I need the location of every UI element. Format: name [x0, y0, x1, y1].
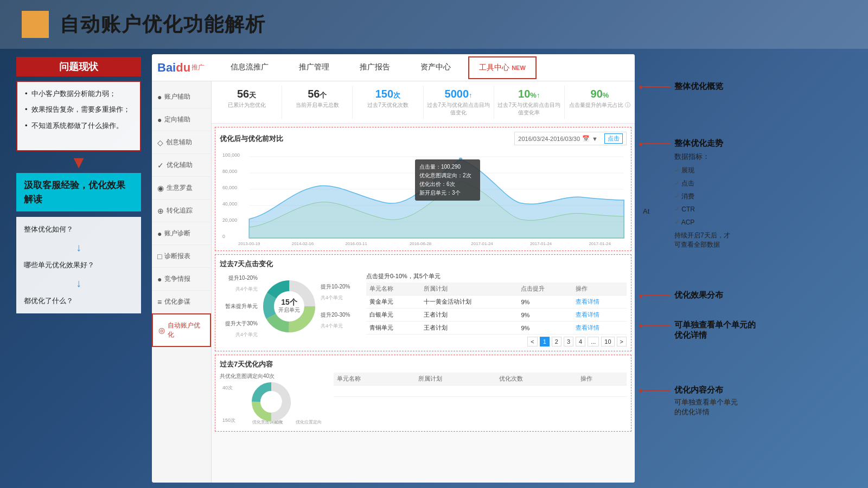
page-next[interactable]: >: [617, 337, 627, 346]
sidebar-item-creative-assist[interactable]: ◇ 创意辅助: [152, 131, 211, 154]
baidu-logo: Bai du 推广: [157, 61, 205, 75]
clicks-title-row: 过去7天点击变化: [220, 259, 627, 269]
sidebar-item-diagnosis-report[interactable]: □ 诊断报表: [152, 245, 211, 268]
cell-silver-unit: 白银单元: [366, 309, 420, 322]
opt-content-section: 过去7天优化内容 共优化意图调定向40次 40次 150次 优化意图调定向 优化…: [215, 355, 631, 432]
stat-units-label: 当前开启单元总数: [285, 101, 349, 109]
ann-dot-5: ●: [639, 386, 643, 395]
opt-empty: [334, 386, 627, 397]
sidebar-item-diagnosis[interactable]: ● 账户诊断: [152, 222, 211, 245]
chart-tooltip: 点击量：100,290 优化意图调定向：2次 优化出价：6次 新开启单元：3个: [415, 159, 480, 201]
account-assist-icon: ●: [157, 93, 162, 101]
svg-text:0: 0: [222, 234, 225, 239]
clicks-table-title: 点击提升0-10%，其5个单元: [366, 272, 627, 280]
label-4-mid: 共4个单元: [321, 321, 359, 332]
opt-table-row-empty: [334, 386, 627, 397]
nav-manage[interactable]: 推广管理: [284, 54, 344, 81]
page-prev[interactable]: <: [527, 337, 537, 346]
nav-report[interactable]: 推广报告: [344, 54, 405, 81]
tooltip-intent: 优化意图调定向：2次: [419, 171, 476, 180]
table-row: 黄金单元 十一黄金活动计划 9% 查看详情: [366, 296, 627, 309]
sidebar-label-business: 生意罗盘: [167, 183, 193, 192]
svg-text:2016-03-11: 2016-03-11: [345, 241, 367, 246]
annotation-content-dist: ● 优化内容分布 可单独查看单个单元的优化详情: [643, 385, 738, 417]
sidebar-item-account-assist[interactable]: ● 账户辅助: [152, 86, 211, 108]
svg-text:40次: 40次: [222, 385, 233, 390]
cell-bronze-action[interactable]: 查看详情: [576, 324, 599, 331]
ann-text-trend: 整体优化走势: [674, 138, 723, 149]
sidebar-item-business[interactable]: ◉ 生意罗盘: [152, 177, 211, 200]
annotation-overview: ● 整体优化概览: [643, 81, 723, 92]
clicks-body: 提升10-20% 共4个单元 暂未提升单元 提升大于30% 共4个单元: [220, 272, 627, 346]
nav-new-badge: NEW: [512, 65, 526, 71]
label-30-plus-top: 提升大于30%: [220, 318, 258, 330]
q3: 都优化了什么？: [24, 294, 133, 308]
sidebar-label-competition: 竞争情报: [164, 274, 190, 284]
conversion-icon: ⊕: [157, 207, 164, 215]
pagination: < 1 2 3 4 ... 10 >: [366, 337, 627, 346]
stat-pct-label: 点击量提升的单元占比 ⓘ: [568, 101, 631, 109]
q-arrow-1: ↓: [24, 236, 133, 258]
nav-info-flow[interactable]: 信息流推广: [215, 54, 284, 81]
svg-text:2014-02-16: 2014-02-16: [292, 241, 314, 246]
label-4-right: 共4个单元: [321, 293, 359, 304]
opt-bottom-row: 共优化意图调定向40次 40次 150次 优化意图调定向 优化位置定向 40次: [220, 373, 627, 427]
ann-line-5: ●: [643, 390, 670, 391]
logo-du: du: [176, 61, 190, 75]
stat-pct: 90% 点击量提升的单元占比 ⓘ: [565, 86, 635, 119]
opt-chart-area: 共优化意图调定向40次 40次 150次 优化意图调定向 优化位置定向 40次: [220, 373, 328, 427]
sidebar-label-opt: 优化辅助: [167, 160, 193, 170]
question-box: 整体优化如何？ ↓ 哪些单元优化效果好？ ↓ 都优化了什么？: [16, 217, 141, 313]
ann-trend-note: 持续开启7天后，才可查看全部数据: [674, 231, 730, 249]
svg-text:40,000: 40,000: [222, 201, 237, 207]
ann-content-sub: 可单独查看单个单元的优化详情: [674, 397, 738, 417]
date-picker[interactable]: 2016/03/24-2016/03/30 📅 ▼ 点击: [514, 132, 627, 145]
page-4[interactable]: 4: [576, 337, 585, 346]
sidebar-item-direction-assist[interactable]: ● 定向辅助: [152, 108, 211, 131]
label-10-20-right: 提升10-20%: [321, 281, 359, 293]
check-acp: ACP: [674, 216, 730, 229]
stats-bar: 56天 已累计为您优化 56个 当前开启单元总数 150次 过去7天优化次数 5…: [212, 81, 635, 124]
page-3[interactable]: 3: [564, 337, 573, 346]
cell-silver-action[interactable]: 查看详情: [576, 311, 599, 318]
page-1[interactable]: 1: [540, 337, 550, 346]
sidebar-item-opt-assist[interactable]: ✓ 优化辅助: [152, 154, 211, 177]
date-range-text: 2016/03/24-2016/03/30: [518, 136, 580, 142]
page-2[interactable]: 2: [552, 337, 561, 346]
solution-box: 汲取客服经验，优化效果解读: [16, 173, 141, 211]
baidu-nav: Bai du 推广 信息流推广 推广管理 推广报告 资产中心 工具中心 NEW: [152, 54, 635, 81]
svg-text:2017-01-24: 2017-01-24: [589, 241, 611, 246]
page-title: 自动账户优化功能解析: [60, 11, 266, 38]
stat-days-value: 56天: [215, 88, 278, 100]
donut-area: 提升10-20% 共4个单元 暂未提升单元 提升大于30% 共4个单元: [220, 272, 361, 346]
svg-text:优化位置定向: 优化位置定向: [296, 420, 322, 425]
cell-silver-plan: 王者计划: [420, 309, 518, 322]
sidebar: ● 账户辅助 ● 定向辅助 ◇ 创意辅助 ✓ 优化辅助 ◉ 生意罗盘 ⊕ 转化追…: [152, 81, 212, 483]
opt-table: 单元名称 所属计划 优化次数 操作: [334, 373, 627, 397]
nav-assets[interactable]: 资产中心: [405, 54, 466, 81]
sidebar-label-conversion: 转化追踪: [167, 206, 193, 215]
problem-item-2: • 效果报告复杂，需要多重操作；: [25, 103, 132, 115]
nav-tools[interactable]: 工具中心 NEW: [468, 56, 537, 79]
sidebar-label-creative: 创意辅助: [166, 138, 192, 147]
check-spend: 消费: [674, 190, 730, 203]
svg-text:2017-01-24: 2017-01-24: [471, 241, 493, 246]
donut-labels-left: 提升10-20% 共4个单元 暂未提升单元 提升大于30% 共4个单元: [220, 272, 258, 341]
cell-gold-action[interactable]: 查看详情: [576, 298, 599, 305]
ann-dot-4: ●: [639, 321, 643, 330]
svg-text:60,000: 60,000: [222, 185, 237, 190]
ann-detail-row: ● 可单独查看单个单元的: [643, 320, 756, 330]
donut-row: 提升10-20% 共4个单元 暂未提升单元 提升大于30% 共4个单元: [220, 272, 361, 341]
svg-text:150次: 150次: [222, 418, 235, 423]
annotation-effect: ● 优化效果分布: [643, 290, 723, 300]
page-10[interactable]: 10: [601, 337, 614, 346]
point-btn[interactable]: 点击: [604, 133, 623, 144]
sidebar-item-competition[interactable]: ● 竞争情报: [152, 268, 211, 291]
q-arrow-2: ↓: [24, 272, 133, 294]
ann-text-content: 优化内容分布: [674, 385, 723, 395]
nav-items: 信息流推广 推广管理 推广报告 资产中心 工具中心 NEW: [215, 54, 629, 81]
sidebar-item-auto-opt[interactable]: ◎ 自动账户优化: [152, 313, 211, 347]
sidebar-item-opt-advisor[interactable]: ≡ 优化参谋: [152, 291, 211, 313]
sidebar-item-conversion[interactable]: ⊕ 转化追踪: [152, 200, 211, 222]
svg-text:2013-00-19: 2013-00-19: [238, 241, 260, 246]
